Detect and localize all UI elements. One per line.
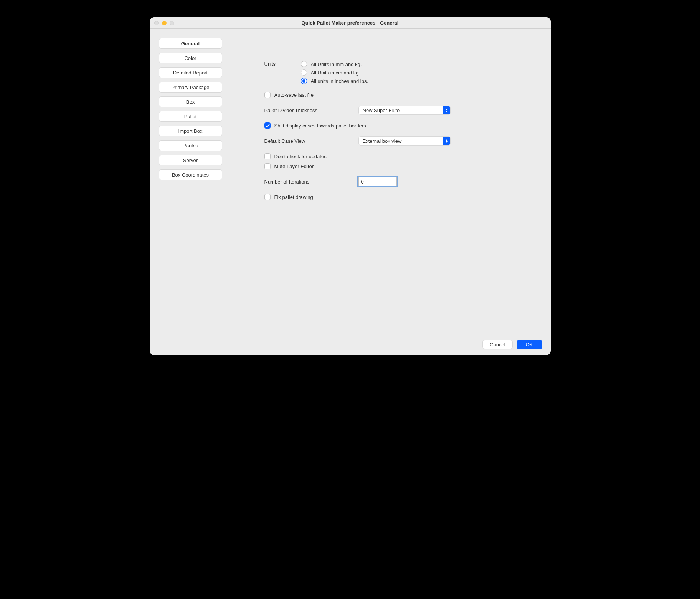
checkbox-label: Mute Layer Editor bbox=[274, 164, 314, 169]
checkbox-icon bbox=[264, 153, 271, 159]
sidebar-item-box[interactable]: Box bbox=[159, 96, 222, 107]
traffic-lights bbox=[154, 21, 174, 25]
button-label: OK bbox=[526, 342, 533, 347]
preferences-window: Quick Pallet Maker preferences - General… bbox=[150, 17, 551, 355]
autosave-checkbox[interactable]: Auto-save last file bbox=[264, 92, 464, 98]
sidebar-item-color[interactable]: Color bbox=[159, 53, 222, 63]
fixpallet-checkbox[interactable]: Fix pallet drawing bbox=[264, 194, 464, 200]
titlebar: Quick Pallet Maker preferences - General bbox=[150, 17, 551, 29]
chevron-updown-icon bbox=[443, 137, 450, 145]
select-value: New Super Flute bbox=[363, 108, 400, 113]
sidebar-item-general[interactable]: General bbox=[159, 38, 222, 49]
checkbox-icon bbox=[264, 194, 271, 200]
updates-checkbox[interactable]: Don't check for updates bbox=[264, 153, 464, 159]
sidebar-item-label: Box Coordinates bbox=[172, 172, 209, 178]
shift-checkbox[interactable]: Shift display cases towards pallet borde… bbox=[264, 122, 464, 129]
sidebar-item-label: Color bbox=[184, 55, 196, 61]
sidebar-item-import-box[interactable]: Import Box bbox=[159, 126, 222, 136]
checkbox-label: Don't check for updates bbox=[274, 154, 327, 159]
mute-checkbox[interactable]: Mute Layer Editor bbox=[264, 163, 464, 169]
units-row: Units All Units in mm and kg. All Units … bbox=[264, 61, 464, 84]
sidebar-item-label: Box bbox=[186, 99, 195, 105]
content-area: General Color Detailed Report Primary Pa… bbox=[150, 29, 551, 334]
divider-select[interactable]: New Super Flute bbox=[358, 106, 451, 115]
sidebar-item-label: Server bbox=[183, 157, 198, 163]
radio-dot-icon bbox=[302, 79, 305, 83]
window-title: Quick Pallet Maker preferences - General bbox=[154, 20, 546, 26]
checkbox-icon bbox=[264, 92, 271, 98]
sidebar-item-label: Import Box bbox=[178, 128, 203, 134]
iterations-row: Number of Iterations bbox=[264, 177, 464, 186]
sidebar-item-label: Detailed Report bbox=[173, 70, 208, 76]
checkbox-icon bbox=[264, 163, 271, 169]
sidebar-item-label: Pallet bbox=[184, 114, 197, 119]
ok-button[interactable]: OK bbox=[517, 340, 542, 349]
radio-label: All Units in mm and kg. bbox=[311, 61, 362, 67]
checkbox-icon bbox=[264, 122, 271, 129]
button-label: Cancel bbox=[490, 342, 505, 347]
footer: Cancel OK bbox=[150, 334, 551, 355]
sidebar-item-label: Primary Package bbox=[172, 84, 210, 90]
sidebar-item-primary-package[interactable]: Primary Package bbox=[159, 82, 222, 93]
divider-label: Pallet Divider Thickness bbox=[264, 108, 358, 113]
cancel-button[interactable]: Cancel bbox=[482, 340, 512, 349]
select-value: External box view bbox=[363, 138, 402, 144]
close-icon[interactable] bbox=[154, 21, 159, 25]
caseview-row: Default Case View External box view bbox=[264, 136, 464, 146]
sidebar-item-detailed-report[interactable]: Detailed Report bbox=[159, 67, 222, 78]
units-option-inches-lbs[interactable]: All units in inches and lbs. bbox=[301, 78, 368, 84]
iterations-input[interactable] bbox=[358, 177, 397, 186]
units-radio-group: All Units in mm and kg. All Units in cm … bbox=[301, 61, 368, 84]
sidebar-item-server[interactable]: Server bbox=[159, 155, 222, 165]
caseview-label: Default Case View bbox=[264, 138, 358, 144]
checkbox-label: Shift display cases towards pallet borde… bbox=[274, 123, 366, 129]
sidebar-item-label: General bbox=[181, 41, 200, 46]
iterations-label: Number of Iterations bbox=[264, 179, 358, 185]
sidebar: General Color Detailed Report Primary Pa… bbox=[159, 38, 222, 324]
sidebar-item-box-coordinates[interactable]: Box Coordinates bbox=[159, 169, 222, 180]
radio-label: All Units in cm and kg. bbox=[311, 70, 360, 76]
minimize-icon[interactable] bbox=[162, 21, 167, 25]
radio-label: All units in inches and lbs. bbox=[311, 78, 368, 84]
caseview-select[interactable]: External box view bbox=[358, 136, 451, 146]
sidebar-item-pallet[interactable]: Pallet bbox=[159, 111, 222, 122]
divider-row: Pallet Divider Thickness New Super Flute bbox=[264, 106, 464, 115]
units-option-cm-kg[interactable]: All Units in cm and kg. bbox=[301, 69, 368, 76]
form-container: Units All Units in mm and kg. All Units … bbox=[264, 61, 464, 200]
checkbox-label: Fix pallet drawing bbox=[274, 194, 313, 200]
radio-icon bbox=[301, 61, 307, 67]
main-panel: Units All Units in mm and kg. All Units … bbox=[238, 38, 542, 324]
checkbox-label: Auto-save last file bbox=[274, 92, 314, 98]
chevron-updown-icon bbox=[443, 106, 450, 114]
units-label: Units bbox=[264, 61, 301, 67]
sidebar-item-label: Routes bbox=[182, 143, 198, 149]
radio-icon bbox=[301, 69, 307, 76]
maximize-icon[interactable] bbox=[170, 21, 174, 25]
radio-icon bbox=[301, 78, 307, 84]
units-option-mm-kg[interactable]: All Units in mm and kg. bbox=[301, 61, 368, 67]
sidebar-item-routes[interactable]: Routes bbox=[159, 140, 222, 151]
